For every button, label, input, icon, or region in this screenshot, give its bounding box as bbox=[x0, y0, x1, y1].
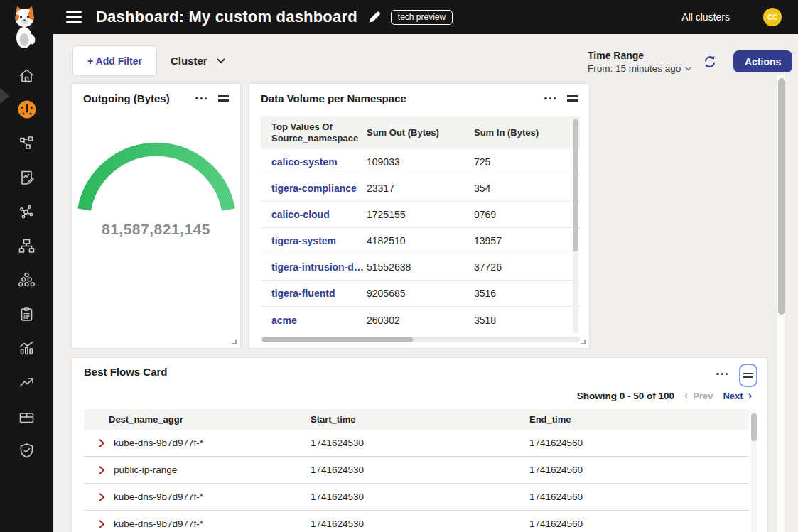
nav-reports[interactable] bbox=[0, 161, 53, 195]
cluster-dropdown[interactable]: Cluster bbox=[171, 45, 225, 76]
table-row: kube-dns-9b7d977f-* 1741624530 174162456… bbox=[84, 430, 749, 457]
scrollbar-thumb[interactable] bbox=[262, 337, 413, 342]
expand-row-chevron-icon[interactable] bbox=[99, 493, 105, 501]
shield-check-icon bbox=[18, 442, 36, 460]
sum-in-value: 37726 bbox=[474, 261, 580, 273]
sum-out-value: 109033 bbox=[367, 156, 474, 168]
home-icon bbox=[18, 67, 36, 85]
resize-handle[interactable] bbox=[581, 340, 586, 344]
column-header: End_time bbox=[529, 414, 749, 425]
nav-connections[interactable] bbox=[0, 195, 53, 229]
scrollbar-thumb[interactable] bbox=[751, 413, 757, 441]
namespace-link[interactable]: tigera-compliance bbox=[261, 183, 367, 194]
drag-handle-focused[interactable] bbox=[739, 364, 757, 387]
overflow-menu-icon[interactable] bbox=[541, 94, 559, 102]
page-title: Dashboard: My custom dashboard bbox=[96, 8, 357, 26]
table-header-row: Top Values Of Source_namespace Sum Out (… bbox=[261, 116, 580, 149]
resize-handle[interactable] bbox=[232, 340, 237, 344]
actions-button[interactable]: Actions bbox=[733, 50, 792, 72]
table-row: kube-dns-9b7d977f-* 1741624530 174162456… bbox=[84, 484, 749, 511]
chevron-right-icon: › bbox=[748, 390, 752, 401]
table-row: tigera-system 4182510 13957 bbox=[261, 228, 580, 254]
data-volume-card: Data Volume per Namespace Top Values Of … bbox=[249, 83, 590, 349]
sum-in-value: 3518 bbox=[474, 315, 580, 326]
sum-in-value: 725 bbox=[474, 156, 580, 168]
sum-in-value: 354 bbox=[474, 183, 580, 194]
column-header: Sum In (Bytes) bbox=[474, 127, 580, 139]
nav-clusters[interactable] bbox=[0, 263, 53, 297]
sum-out-value: 9205685 bbox=[367, 288, 474, 299]
nav-packages[interactable] bbox=[0, 399, 53, 433]
chevron-down-icon bbox=[217, 58, 225, 64]
overflow-menu-icon[interactable] bbox=[713, 370, 730, 378]
table-vertical-scrollbar[interactable] bbox=[573, 116, 578, 333]
sum-out-value: 4182510 bbox=[367, 235, 474, 246]
gauge-arc bbox=[82, 139, 231, 229]
nav-statistics[interactable] bbox=[0, 331, 53, 365]
namespace-link[interactable]: calico-cloud bbox=[261, 209, 367, 220]
nav-service-graph[interactable] bbox=[0, 126, 53, 161]
calico-cat-logo bbox=[10, 6, 40, 53]
namespace-link[interactable]: tigera-fluentd bbox=[261, 288, 367, 299]
user-avatar[interactable]: CC bbox=[763, 8, 782, 26]
top-header: Dashboard: My custom dashboard tech prev… bbox=[0, 0, 798, 34]
chevron-down-icon bbox=[685, 67, 691, 71]
sum-out-value: 1725155 bbox=[367, 209, 474, 220]
prev-label: Prev bbox=[693, 391, 713, 401]
left-nav-sidebar bbox=[0, 34, 53, 532]
start-time: 1741624530 bbox=[311, 465, 529, 475]
dest-name: kube-dns-9b7d977f-* bbox=[114, 519, 203, 529]
expand-row-chevron-icon[interactable] bbox=[99, 520, 105, 528]
nav-trends[interactable] bbox=[0, 365, 53, 399]
page-scrollbar[interactable] bbox=[776, 75, 786, 532]
table-row: acme 260302 3518 bbox=[261, 307, 580, 333]
sum-in-value: 13957 bbox=[474, 235, 580, 246]
time-range-control: Time Range From: 15 minutes ago bbox=[588, 50, 691, 74]
drag-handle-icon[interactable] bbox=[566, 92, 579, 104]
nav-sitemap[interactable] bbox=[0, 229, 53, 263]
next-label: Next bbox=[723, 391, 743, 401]
add-filter-button[interactable]: + Add Filter bbox=[72, 45, 157, 76]
start-time: 1741624530 bbox=[311, 438, 529, 448]
edit-dashboard-pencil-icon[interactable] bbox=[367, 10, 382, 24]
expand-row-chevron-icon[interactable] bbox=[99, 466, 105, 474]
table-row: public-ip-range 1741624530 1741624560 bbox=[84, 457, 749, 484]
flows-table: Dest_name_aggr Start_time End_time kube-… bbox=[84, 409, 749, 532]
prev-page-button[interactable]: ‹ Prev bbox=[684, 390, 713, 401]
active-nav-notch bbox=[0, 88, 9, 104]
dashboard-gauge-icon bbox=[17, 99, 37, 119]
nav-compliance[interactable] bbox=[0, 297, 53, 331]
end-time: 1741624560 bbox=[529, 519, 749, 529]
service-graph-icon bbox=[18, 135, 36, 153]
table-row: tigera-intrusion-d… 51552638 37726 bbox=[261, 254, 580, 281]
overflow-menu-icon[interactable] bbox=[193, 94, 210, 102]
namespace-link[interactable]: tigera-system bbox=[261, 235, 367, 246]
next-page-button[interactable]: Next › bbox=[723, 390, 752, 401]
dest-name: kube-dns-9b7d977f-* bbox=[114, 492, 203, 502]
table-vertical-scrollbar[interactable] bbox=[751, 409, 757, 532]
end-time: 1741624560 bbox=[529, 438, 749, 448]
start-time: 1741624530 bbox=[311, 519, 529, 529]
page-scrollbar-thumb[interactable] bbox=[778, 78, 785, 315]
table-horizontal-scrollbar[interactable] bbox=[261, 337, 580, 342]
namespace-link[interactable]: acme bbox=[261, 315, 367, 326]
refresh-icon bbox=[702, 54, 718, 70]
time-range-value-dropdown[interactable]: From: 15 minutes ago bbox=[588, 63, 691, 74]
sum-out-value: 260302 bbox=[367, 315, 474, 326]
namespace-link[interactable]: tigera-intrusion-d… bbox=[261, 261, 367, 273]
app-root: Dashboard: My custom dashboard tech prev… bbox=[0, 0, 798, 532]
end-time: 1741624560 bbox=[529, 492, 749, 502]
dest-name: public-ip-range bbox=[114, 465, 177, 475]
menu-hamburger-icon[interactable] bbox=[66, 11, 82, 23]
nav-home[interactable] bbox=[0, 58, 53, 92]
expand-row-chevron-icon[interactable] bbox=[99, 439, 105, 447]
sum-in-value: 9769 bbox=[474, 209, 580, 220]
nav-security[interactable] bbox=[0, 433, 53, 467]
end-time: 1741624560 bbox=[529, 465, 749, 475]
showing-range-text: Showing 0 - 50 of 100 bbox=[577, 391, 674, 401]
refresh-button[interactable] bbox=[701, 53, 718, 70]
scrollbar-thumb[interactable] bbox=[573, 119, 578, 251]
namespace-link[interactable]: calico-system bbox=[261, 156, 367, 168]
cluster-scope-selector[interactable]: All clusters bbox=[681, 11, 730, 23]
drag-handle-icon[interactable] bbox=[217, 92, 230, 104]
